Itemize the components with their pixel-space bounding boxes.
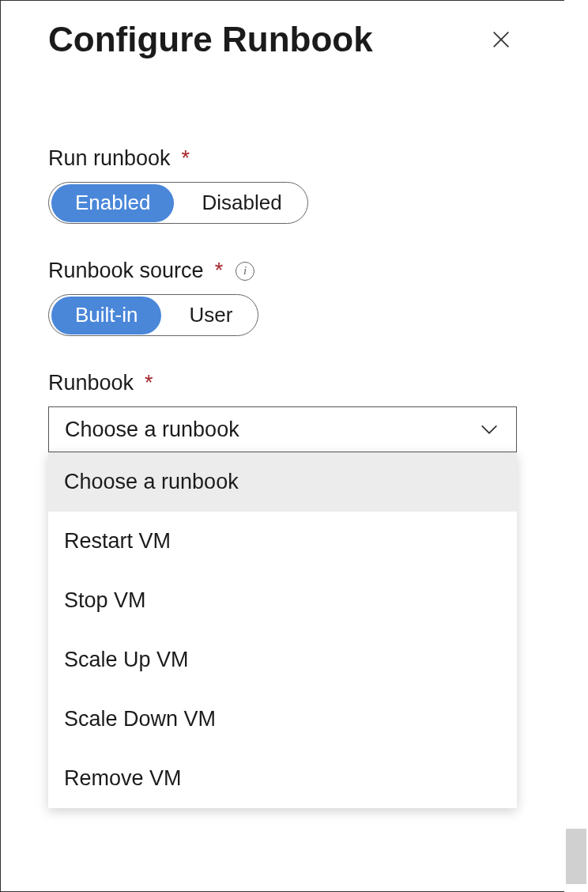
runbook-select: Choose a runbook Choose a runbook Restar…: [48, 406, 517, 452]
run-runbook-label: Run runbook: [48, 146, 171, 171]
run-runbook-field: Run runbook * Enabled Disabled: [48, 146, 517, 224]
runbook-selected-value: Choose a runbook: [65, 418, 239, 442]
configure-runbook-panel: Configure Runbook Run runbook * Enabled …: [0, 0, 564, 892]
required-icon: *: [182, 146, 190, 171]
run-runbook-enabled-option[interactable]: Enabled: [51, 184, 174, 222]
runbook-select-box[interactable]: Choose a runbook: [48, 406, 517, 452]
runbook-source-builtin-option[interactable]: Built-in: [51, 297, 161, 334]
runbook-source-toggle: Built-in User: [48, 294, 258, 336]
run-runbook-label-row: Run runbook *: [48, 146, 517, 171]
panel-header: Configure Runbook: [48, 20, 517, 59]
runbook-label: Runbook: [48, 371, 134, 395]
info-icon[interactable]: i: [236, 262, 254, 281]
run-runbook-toggle: Enabled Disabled: [48, 182, 308, 224]
runbook-label-row: Runbook *: [48, 371, 517, 395]
required-icon: *: [215, 259, 224, 283]
runbook-source-label-row: Runbook source * i: [48, 259, 517, 283]
runbook-option-stop-vm[interactable]: Stop VM: [48, 571, 517, 630]
close-button[interactable]: [485, 24, 517, 55]
runbook-option-remove-vm[interactable]: Remove VM: [48, 749, 517, 808]
required-icon: *: [145, 371, 153, 395]
runbook-option-restart-vm[interactable]: Restart VM: [48, 512, 517, 571]
runbook-option-scale-down-vm[interactable]: Scale Down VM: [48, 690, 517, 749]
runbook-field: Runbook * Choose a runbook Choose a runb…: [48, 371, 517, 452]
runbook-option-scale-up-vm[interactable]: Scale Up VM: [48, 630, 517, 690]
runbook-option-placeholder[interactable]: Choose a runbook: [48, 452, 517, 512]
runbook-source-label: Runbook source: [48, 259, 204, 283]
close-icon: [490, 28, 512, 51]
run-runbook-disabled-option[interactable]: Disabled: [178, 184, 305, 222]
runbook-source-field: Runbook source * i Built-in User: [48, 259, 517, 336]
panel-title: Configure Runbook: [48, 20, 373, 59]
chevron-down-icon: [478, 418, 500, 440]
runbook-source-user-option[interactable]: User: [165, 297, 256, 334]
runbook-dropdown: Choose a runbook Restart VM Stop VM Scal…: [48, 452, 517, 808]
scrollbar-thumb[interactable]: [566, 829, 586, 884]
scrollbar-track: [564, 0, 588, 892]
